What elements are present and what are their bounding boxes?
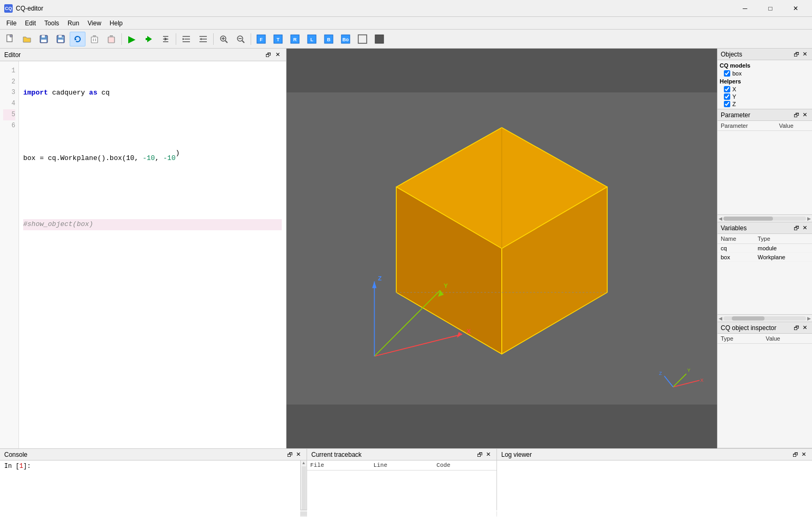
- view-back-button[interactable]: B: [321, 32, 337, 46]
- helper-x-label: X: [732, 86, 736, 92]
- traceback-close-button[interactable]: ✕: [484, 450, 492, 459]
- svg-text:T: T: [276, 37, 280, 42]
- view-left-button[interactable]: L: [304, 32, 320, 46]
- editor-close-button[interactable]: ✕: [273, 51, 282, 59]
- vars-scroll-right[interactable]: ▶: [807, 316, 811, 321]
- logviewer-close-button[interactable]: ✕: [799, 450, 808, 459]
- helper-y-item: Y: [720, 93, 810, 100]
- code-line-1: import cadquery as cq: [23, 88, 282, 99]
- objects-restore-button[interactable]: 🗗: [792, 50, 800, 59]
- menu-help[interactable]: Help: [106, 17, 127, 29]
- params-panel-header: Parameter 🗗 ✕: [718, 109, 812, 121]
- line-num-6: 6: [3, 120, 15, 131]
- editor-restore-button[interactable]: 🗗: [264, 51, 272, 59]
- clear-button[interactable]: [87, 32, 102, 46]
- helper-x-item: X: [720, 86, 810, 93]
- line-num-4: 4: [3, 98, 15, 109]
- view-front-button[interactable]: F: [253, 32, 269, 46]
- step-button[interactable]: [158, 32, 174, 46]
- helper-z-checkbox[interactable]: [724, 101, 730, 107]
- svg-text:F: F: [260, 37, 263, 42]
- keyword-import: import: [23, 88, 48, 99]
- delete-button[interactable]: [103, 32, 119, 46]
- view-wireframe-button[interactable]: [355, 32, 370, 46]
- menu-edit[interactable]: Edit: [21, 17, 40, 29]
- traceback-table: File Line Code: [307, 460, 496, 471]
- objects-panel: Objects 🗗 ✕ CQ models box Helpers X Y: [718, 49, 812, 109]
- logviewer-content[interactable]: [497, 460, 812, 517]
- zoom-fit-button[interactable]: [216, 32, 232, 46]
- menu-run[interactable]: Run: [63, 17, 83, 29]
- code-line-6: [23, 252, 282, 264]
- view-solid-button[interactable]: [371, 32, 387, 46]
- console-restore-button[interactable]: 🗗: [285, 450, 294, 459]
- refresh-button[interactable]: [70, 32, 85, 46]
- debug-button[interactable]: [141, 32, 157, 46]
- inspector-panel-header: CQ object inspector 🗗 ✕: [718, 322, 812, 334]
- maximize-button[interactable]: □: [758, 0, 782, 17]
- run-button[interactable]: ▶: [124, 32, 140, 46]
- helper-y-label: Y: [732, 93, 736, 100]
- params-scroll-left-arrow[interactable]: ◀: [719, 216, 722, 221]
- viewport[interactable]: X Y Z X Y Z: [286, 49, 717, 448]
- menu-tools[interactable]: Tools: [40, 17, 63, 29]
- editor-content[interactable]: 1 2 3 4 5 6 import cadquery as cq box = …: [0, 61, 286, 448]
- traceback-title: Current traceback: [311, 451, 475, 458]
- params-panel-title: Parameter: [721, 111, 792, 119]
- params-scroll-right-arrow[interactable]: ▶: [807, 216, 811, 221]
- vars-close-button[interactable]: ✕: [800, 224, 809, 232]
- indent-button[interactable]: [178, 32, 194, 46]
- vars-scroll-left[interactable]: ◀: [719, 316, 722, 321]
- console-content[interactable]: In [1]:: [0, 460, 300, 517]
- vars-scroll-bar[interactable]: ◀ ▶: [718, 315, 812, 322]
- view-top-button[interactable]: T: [270, 32, 286, 46]
- params-hscrollbar[interactable]: ◀ ▶: [718, 215, 812, 222]
- line-numbers: 1 2 3 4 5 6: [0, 61, 19, 448]
- save-as-button[interactable]: +: [53, 32, 69, 46]
- line-num-2: 2: [3, 77, 15, 88]
- svg-text:Z: Z: [378, 275, 381, 281]
- zoom-select-button[interactable]: [233, 32, 249, 46]
- vars-table: Name Type cq module box Workplane: [718, 234, 812, 262]
- editor-title: Editor: [4, 51, 264, 59]
- main-area: Editor 🗗 ✕ 1 2 3 4 5 6 import cadquery a…: [0, 49, 812, 448]
- objects-close-button[interactable]: ✕: [800, 50, 809, 59]
- outdent-button[interactable]: [195, 32, 211, 46]
- helper-x-checkbox[interactable]: [724, 86, 730, 92]
- vars-col-name: Name: [718, 234, 754, 244]
- vars-restore-button[interactable]: 🗗: [792, 224, 800, 232]
- params-restore-button[interactable]: 🗗: [792, 111, 800, 119]
- params-close-button[interactable]: ✕: [800, 111, 809, 119]
- svg-marker-15: [147, 36, 152, 42]
- code-content[interactable]: import cadquery as cq box = cq.Workplane…: [19, 61, 286, 448]
- id-box-assign: box: [23, 153, 35, 164]
- new-button[interactable]: [2, 32, 18, 46]
- console-scroll-up[interactable]: ▲: [302, 460, 306, 465]
- inspector-close-button[interactable]: ✕: [800, 324, 809, 332]
- view-right-button[interactable]: R: [287, 32, 303, 46]
- menu-view[interactable]: View: [83, 17, 106, 29]
- code-line-5: #show_object(box): [23, 219, 282, 230]
- console-close-button[interactable]: ✕: [294, 450, 302, 459]
- objects-section: CQ models box Helpers X Y Z: [718, 60, 812, 109]
- traceback-col-code: Code: [433, 460, 496, 471]
- code-line-3: box = cq.Workplane().box(10, -10, -10): [23, 153, 282, 164]
- params-table: Parameter Value: [718, 121, 812, 131]
- inspector-restore-button[interactable]: 🗗: [792, 324, 800, 332]
- traceback-restore-button[interactable]: 🗗: [475, 450, 484, 459]
- view-bottom-button[interactable]: Bo: [338, 32, 354, 46]
- console-vscrollbar[interactable]: ▲ ▼: [300, 460, 307, 517]
- title-bar: CQ CQ-editor ─ □ ✕: [0, 0, 812, 17]
- minimize-button[interactable]: ─: [733, 0, 757, 17]
- close-button[interactable]: ✕: [784, 0, 808, 17]
- logviewer-restore-button[interactable]: 🗗: [791, 450, 799, 459]
- svg-rect-48: [358, 35, 367, 43]
- open-button[interactable]: [19, 32, 35, 46]
- vars-panel: Variables 🗗 ✕ Name Type cq module: [718, 222, 812, 315]
- menu-file[interactable]: File: [2, 17, 21, 29]
- box-checkbox[interactable]: [724, 70, 730, 77]
- logviewer-panel: Log viewer 🗗 ✕: [497, 449, 812, 517]
- save-button[interactable]: [36, 32, 52, 46]
- svg-text:Z: Z: [659, 371, 662, 376]
- helper-y-checkbox[interactable]: [724, 93, 730, 100]
